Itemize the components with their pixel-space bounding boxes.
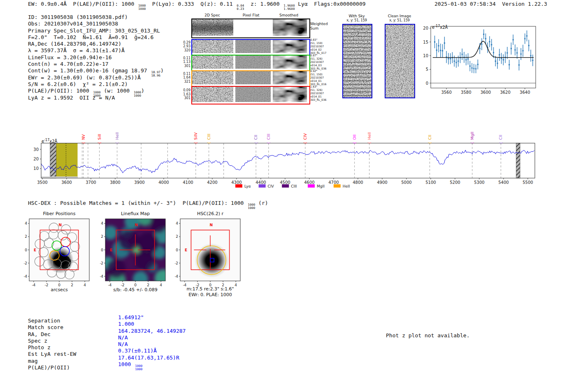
data-point [528, 45, 530, 46]
spec2d-row-left-labels: 0.111.13301 [181, 56, 190, 68]
cutout-xtick-label: 4 [235, 283, 237, 287]
zoom-chart-units-label: e-17x2Å [432, 24, 448, 30]
cutout-ytick-label: 4 [101, 221, 103, 225]
data-point [523, 50, 524, 51]
spec2d-row-right-labels: WeightedSum [310, 22, 337, 31]
data-point [532, 60, 533, 61]
emission-line-bracket: { [207, 142, 211, 144]
data-point [483, 34, 484, 35]
data-point [526, 35, 527, 37]
emission-line-bracket: { [368, 142, 372, 144]
zoom-ytick-label: 5 [426, 67, 428, 72]
data-point [455, 62, 457, 63]
data-point [467, 58, 469, 60]
cutout-xtick-label: -2 [44, 283, 48, 287]
data-point [514, 49, 516, 51]
match-table-values: 1.64912"1.000164.283724, 46.149287N/AN/A… [118, 314, 186, 368]
cutout-title: Fiber Positions [43, 211, 76, 216]
emission-line-bracket: { [304, 142, 307, 144]
spec2d-row [191, 86, 310, 104]
legend-label: MgII [317, 184, 325, 188]
info-line: LyA z = 1.9592 OII z = N/A [28, 95, 164, 101]
cutout-xtick-label: 4 [84, 283, 86, 287]
north-label: N [59, 223, 62, 227]
data-point [475, 68, 476, 70]
spec2d-row-left-labels: 0.292.93320 [181, 41, 190, 53]
data-point [477, 64, 478, 65]
emission-line-bracket: { [353, 142, 357, 144]
cutout-title: HSC(26.2) r [197, 211, 224, 216]
emission-line-label: SiII [97, 134, 102, 140]
cutout-xtick-label: -4 [108, 283, 111, 287]
info-line: LineFlux = 3.20(±0.94)e-16 [28, 54, 164, 61]
emission-line-bracket: { [116, 142, 119, 144]
north-label: N [135, 223, 138, 227]
cutout-xtick-label: 4 [160, 283, 162, 287]
masked-region-band [516, 143, 520, 178]
emission-line-label: CII [253, 135, 258, 140]
cutout-xtick-label: -4 [32, 283, 35, 287]
legend-label: CIV [268, 184, 274, 188]
match-row-label: RA, Dec [28, 331, 76, 338]
spectrum-xtick-label: 4700 [328, 180, 339, 185]
emission-line-label: CIII [207, 134, 211, 140]
data-point [436, 50, 437, 51]
spectrum-xtick-label: 4300 [231, 180, 242, 185]
hsc-dex-matches-line: HSC-DEX : Possible Matches = 1 (within +… [28, 200, 268, 209]
spectrum-units-label: e-17x2Å [42, 138, 57, 144]
match-row-label: Separation [28, 318, 76, 324]
emission-line-bracket: { [194, 142, 198, 144]
spec2d-row [191, 70, 310, 87]
spectrum-xtick-label: 4200 [207, 180, 217, 185]
with-sky-title: With Sky [340, 14, 374, 18]
cutout-xtick-label: 2 [147, 283, 149, 287]
spec2d-image-smoothed [273, 19, 307, 37]
spectrum-xtick-label: 5300 [474, 180, 484, 185]
spec2d-row-right-labels: 0.83"(51, 159)20210307v014_02303_RL_017 [310, 38, 337, 55]
hsc-cutout-panel: HSC(26.2) r-4-4-2-2002244NEm:17.5 re:2.3… [175, 211, 251, 303]
spec2d-image-pixelflat [235, 71, 271, 86]
zoom-xtick-label: 3600 [481, 90, 491, 95]
legend-swatch [308, 184, 315, 188]
cutout-ytick-label: 4 [25, 221, 27, 225]
emission-line-bracket: { [428, 142, 432, 144]
spec2d-image-pixelflat [235, 87, 271, 104]
emission-line-label: CIV [303, 133, 307, 140]
data-point [469, 65, 471, 67]
data-point [493, 52, 494, 53]
spec2d-image-2dspec [192, 56, 233, 70]
clean-image [385, 24, 415, 98]
legend-swatch [235, 184, 242, 188]
data-point [473, 68, 474, 69]
cutout-ytick-label: -2 [100, 261, 103, 265]
data-point [481, 44, 482, 45]
emission-line-label: NV [81, 134, 86, 140]
zoom-xtick-label: 3580 [461, 90, 471, 95]
spectrum-ytick-label: 20 [33, 157, 39, 161]
cutout-ytick-label: 0 [25, 248, 27, 252]
emission-line-label: CIII [266, 134, 271, 140]
data-point [516, 52, 518, 53]
cutout-ytick-label: 2 [25, 234, 27, 239]
zoom-ytick-label: 20 [423, 26, 428, 30]
fiber-positions-panel: Fiber Positions-4-4-2-2002244NEarcsecs [24, 211, 100, 299]
spectrum-xtick-label: 5500 [523, 180, 533, 185]
cutout-ytick-label: -2 [175, 261, 178, 265]
info-line: Cont(w) = 1.30(±0.00)e-16 (gmag 18.97 18… [28, 67, 164, 74]
east-label: E [110, 248, 112, 252]
data-point [491, 44, 492, 45]
spectrum-ytick-label: 10 [33, 166, 39, 171]
match-row-value: N/A [118, 341, 186, 348]
info-line: λ = 3597.37Å σ = 4.31(±1.47)Å [28, 47, 164, 54]
spectrum-trace [41, 150, 534, 173]
spec2d-row [191, 19, 310, 38]
data-point [454, 60, 455, 62]
info-line: S/N = 6.2(±0.6) χ² = 2.1(±0.2) [28, 81, 164, 88]
emission-line-label: HeII [115, 132, 119, 140]
data-point [465, 59, 467, 60]
with-sky-coords: x, y: 51, 159 [340, 19, 374, 22]
zoom-ytick-label: 15 [423, 40, 428, 44]
cutout-ytick-label: 2 [176, 234, 178, 239]
spectrum-xtick-label: 5000 [401, 180, 411, 185]
spec2d-row [191, 55, 310, 71]
